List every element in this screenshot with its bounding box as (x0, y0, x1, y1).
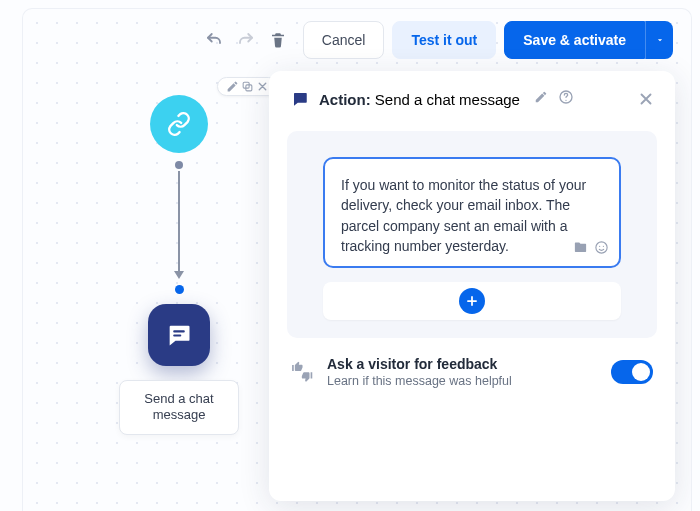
connector-end (175, 285, 184, 294)
plus-icon (459, 288, 485, 314)
chat-icon (165, 321, 193, 349)
connector-start (175, 161, 183, 169)
save-activate-button[interactable]: Save & activate (504, 21, 645, 59)
link-icon (166, 111, 192, 137)
feedback-toggle[interactable] (611, 360, 653, 384)
action-node[interactable] (148, 304, 210, 366)
svg-point-7 (599, 246, 600, 247)
panel-title: Action: Send a chat message (319, 91, 520, 108)
help-icon[interactable] (558, 89, 574, 109)
flow-canvas: Send a chat message (109, 95, 249, 435)
trash-icon[interactable] (269, 31, 287, 49)
save-dropdown-button[interactable] (645, 21, 673, 59)
connector-arrow (174, 271, 184, 279)
test-button[interactable]: Test it out (392, 21, 496, 59)
svg-point-5 (565, 100, 566, 101)
emoji-icon[interactable] (594, 240, 609, 260)
close-icon[interactable] (256, 80, 269, 93)
panel-title-prefix: Action: (319, 91, 371, 108)
panel-header: Action: Send a chat message (269, 71, 675, 123)
history-tools (205, 31, 287, 49)
panel-title-name: Send a chat message (375, 91, 520, 108)
thumbs-icon (291, 361, 313, 383)
undo-icon[interactable] (205, 31, 223, 49)
message-text: If you want to monitor the status of you… (341, 177, 586, 254)
copy-icon[interactable] (241, 80, 254, 93)
panel-close-button[interactable] (637, 90, 655, 108)
action-panel: Action: Send a chat message If you want … (269, 71, 675, 501)
save-group: Save & activate (504, 21, 673, 59)
pencil-icon[interactable] (226, 80, 239, 93)
svg-point-8 (603, 246, 604, 247)
top-toolbar: Cancel Test it out Save & activate (23, 21, 691, 59)
chat-icon (291, 90, 309, 108)
feedback-row: Ask a visitor for feedback Learn if this… (269, 338, 675, 408)
message-tools (573, 240, 609, 260)
redo-icon[interactable] (237, 31, 255, 49)
connector-line (178, 171, 180, 271)
trigger-node[interactable] (150, 95, 208, 153)
caret-down-icon (655, 35, 665, 45)
feedback-text: Ask a visitor for feedback Learn if this… (327, 356, 597, 388)
panel-body: If you want to monitor the status of you… (287, 131, 657, 338)
message-editor[interactable]: If you want to monitor the status of you… (323, 157, 621, 268)
pencil-icon[interactable] (534, 90, 548, 108)
svg-point-6 (596, 242, 607, 253)
action-node-label: Send a chat message (119, 380, 239, 435)
add-message-bar[interactable] (323, 282, 621, 320)
feedback-subtitle: Learn if this message was helpful (327, 374, 597, 388)
svg-rect-2 (173, 330, 185, 332)
feedback-title: Ask a visitor for feedback (327, 356, 597, 372)
svg-rect-3 (173, 334, 181, 336)
file-icon[interactable] (573, 240, 588, 260)
panel-title-actions (534, 89, 574, 109)
cancel-button[interactable]: Cancel (303, 21, 385, 59)
